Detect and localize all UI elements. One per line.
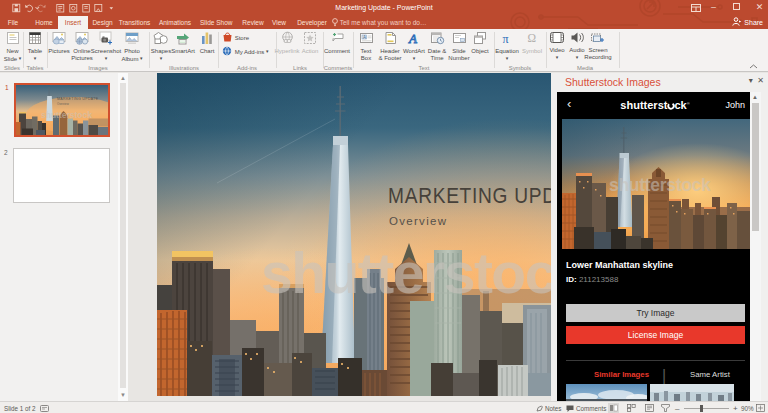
svg-text:Overview: Overview bbox=[57, 102, 70, 106]
svg-text:Ω: Ω bbox=[528, 32, 537, 44]
svg-text:MARKETING UPDATE: MARKETING UPDATE bbox=[57, 97, 99, 101]
svg-text:π: π bbox=[503, 32, 509, 46]
svg-text:shutterstock: shutterstock bbox=[41, 110, 92, 120]
svg-text:A: A bbox=[408, 31, 417, 45]
svg-text:shutterstock: shutterstock bbox=[609, 175, 711, 195]
svg-text:A: A bbox=[363, 35, 366, 40]
